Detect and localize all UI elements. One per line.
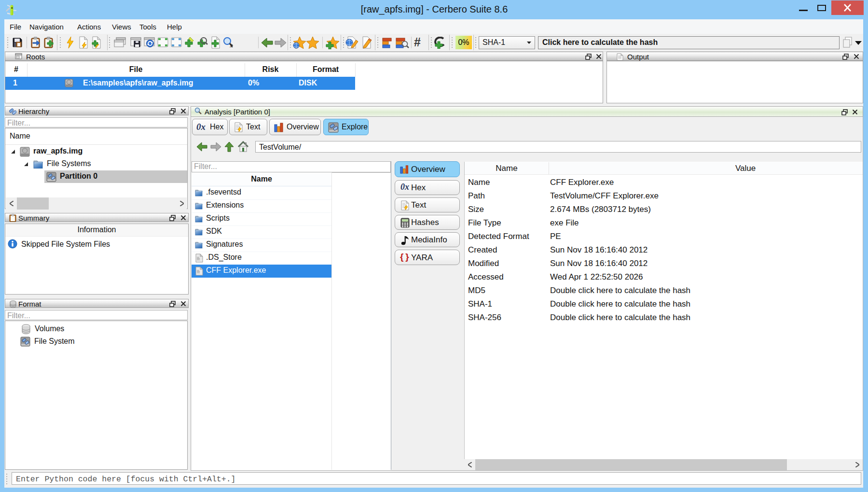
svg-text:x: x bbox=[230, 42, 233, 49]
